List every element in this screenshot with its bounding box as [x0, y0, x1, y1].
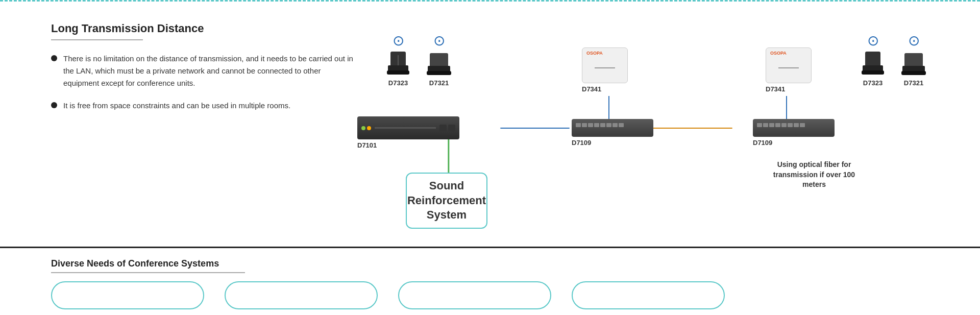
d7341-right-device: OSOPA	[766, 47, 812, 83]
port	[781, 123, 787, 127]
port	[594, 123, 599, 127]
main-section: Long Transmission Distance There is no l…	[0, 2, 980, 247]
d7323-label: D7323	[388, 79, 408, 87]
bottom-section: Diverse Needs of Conference Systems	[0, 247, 980, 314]
svg-rect-18	[904, 53, 923, 67]
wifi-icon-d7323-right: ⊙	[867, 32, 879, 49]
wifi-icon-d7323: ⊙	[393, 32, 404, 49]
bullet-item-1: There is no limitation on the distance o…	[51, 53, 357, 89]
bottom-card-4	[572, 281, 725, 309]
d7323-group: ⊙ D7323	[383, 32, 413, 87]
ap-left-indicator	[595, 67, 615, 68]
d7341-left-group: OSOPA D7341	[582, 47, 628, 93]
port	[788, 123, 793, 127]
sr-box: Sound Reinforcement System	[406, 173, 487, 229]
right-mic-group: ⊙ D7323 ⊙ D7321	[857, 32, 929, 87]
diagram: ⊙ D7323 ⊙	[357, 17, 949, 236]
d7101-device	[357, 116, 459, 139]
port	[600, 123, 605, 127]
switch-left-ports	[572, 119, 653, 129]
port	[588, 123, 593, 127]
bottom-card-3	[398, 281, 551, 309]
ap-right-indicator	[778, 67, 799, 68]
d7109-right-label: D7109	[753, 139, 835, 147]
d7109-left-group: D7109	[572, 119, 653, 147]
d7321-label: D7321	[429, 79, 449, 87]
switch-right-ports	[753, 119, 835, 129]
wifi-icon-d7321-right: ⊙	[908, 32, 920, 49]
sr-line1: Sound	[429, 179, 464, 192]
d7341-left-device: OSOPA	[582, 47, 628, 83]
port	[619, 123, 624, 127]
mic-d7323-icon	[383, 49, 413, 77]
d7101-label: D7101	[357, 141, 459, 149]
d7321-right-group: ⊙ D7321	[898, 32, 929, 87]
fiber-note-text: Using optical fiber for transmission if …	[763, 160, 865, 190]
port	[775, 123, 780, 127]
d7341-left-label: D7341	[582, 85, 628, 93]
mic-d7321-right-icon	[898, 49, 929, 77]
left-panel: Long Transmission Distance There is no l…	[51, 17, 357, 236]
sr-text: Sound Reinforcement System	[407, 179, 486, 223]
svg-rect-17	[862, 70, 884, 75]
bullet-dot-2	[51, 102, 57, 108]
d7109-right-device	[753, 119, 835, 137]
svg-rect-12	[430, 53, 448, 67]
d7109-left-label: D7109	[572, 139, 653, 147]
bullet-text-2: It is free from space constraints and ca…	[63, 100, 290, 112]
left-mic-group: ⊙ D7323 ⊙	[383, 32, 454, 87]
bullet-item-2: It is free from space constraints and ca…	[51, 100, 357, 112]
d7341-right-group: OSOPA D7341	[766, 47, 812, 93]
bullet-text-1: There is no limitation on the distance o…	[63, 53, 357, 89]
svg-rect-14	[427, 71, 451, 75]
svg-rect-15	[865, 52, 880, 67]
bottom-card-1	[51, 281, 204, 309]
ap-left-brand: OSOPA	[586, 51, 603, 56]
sr-line3: System	[427, 208, 467, 221]
bottom-card-2	[225, 281, 378, 309]
port	[800, 123, 805, 127]
bottom-cards	[51, 281, 929, 309]
section-title: Long Transmission Distance	[51, 22, 357, 35]
sr-line2: Reinforcement	[407, 194, 486, 207]
svg-rect-20	[901, 71, 926, 75]
mic-d7323-right-icon	[857, 49, 888, 77]
d7321-group: ⊙ D7321	[424, 32, 454, 87]
fiber-note-group: Using optical fiber for transmission if …	[763, 160, 865, 190]
svg-rect-11	[387, 70, 409, 75]
sr-box-group: Sound Reinforcement System	[406, 173, 487, 229]
port	[576, 123, 581, 127]
bullet-dot-1	[51, 55, 57, 61]
bottom-title: Diverse Needs of Conference Systems	[51, 258, 929, 269]
port	[612, 123, 618, 127]
ap-right-brand: OSOPA	[770, 51, 787, 56]
port	[763, 123, 768, 127]
port	[794, 123, 799, 127]
d7341-right-label: D7341	[766, 85, 812, 93]
port	[582, 123, 587, 127]
bottom-underline	[51, 272, 245, 273]
title-underline	[51, 39, 143, 40]
port	[769, 123, 774, 127]
d7109-left-device	[572, 119, 653, 137]
port	[757, 123, 762, 127]
d7323-right-group: ⊙ D7323	[857, 32, 888, 87]
port	[606, 123, 611, 127]
d7109-right-group: D7109	[753, 119, 835, 147]
wifi-icon-d7321: ⊙	[433, 32, 445, 49]
d7321-right-label: D7321	[904, 79, 923, 87]
mic-d7321-icon	[424, 49, 454, 77]
d7323-right-label: D7323	[863, 79, 883, 87]
diagram-panel: ⊙ D7323 ⊙	[357, 17, 949, 236]
d7101-group: D7101	[357, 116, 459, 149]
